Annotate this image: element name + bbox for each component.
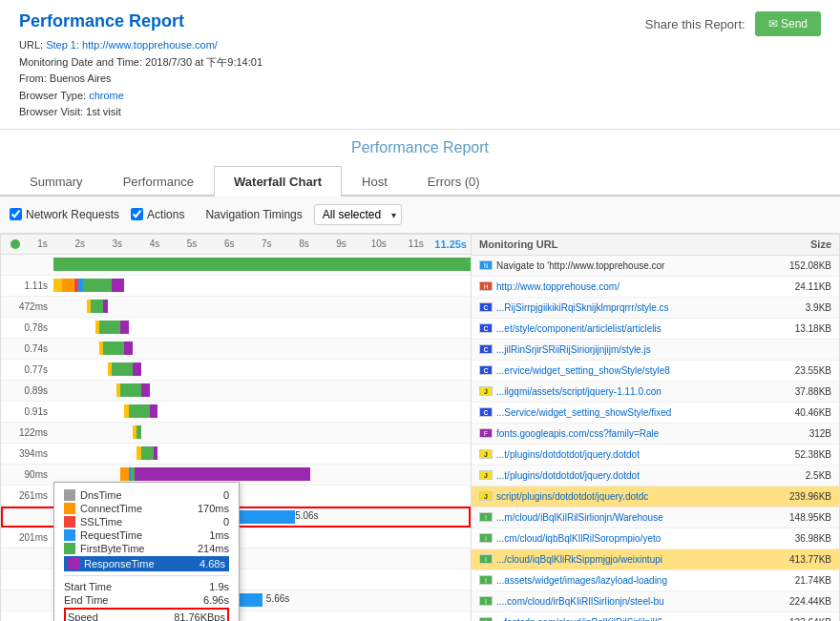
url-icon-16: I	[479, 596, 493, 606]
bar-row-5[interactable]: 0.77s	[1, 360, 471, 381]
url-size-13: 36.98KB	[789, 533, 831, 544]
tab-errors[interactable]: Errors (0)	[408, 166, 500, 197]
bar-time-label-16: 5.66s	[266, 593, 289, 604]
url-icon-12: I	[479, 512, 493, 522]
bar-row-6[interactable]: 0.89s	[1, 381, 471, 402]
bar-label-13: 201ms	[1, 532, 53, 543]
bar-label-2: 472ms	[1, 301, 53, 312]
url-text-4: ...jilRinSrjirSRiiRijSiriorjijnjijm/styl…	[496, 344, 826, 355]
nav-bar-row	[1, 255, 471, 276]
url-row-6[interactable]: J ...ilgqmi/assets/script/jquery-1.11.0.…	[472, 382, 839, 403]
url-icon-9: J	[479, 449, 493, 459]
url-text-8: fonts.googleapis.com/css?family=Rale	[496, 428, 804, 439]
url-row-17[interactable]: I ...fastcdn.com/cloud/ipBqlKilRilSirlil…	[472, 612, 839, 621]
tooltip-fbyte-key: FirstByteTime	[80, 543, 144, 554]
url-icon-0: N	[479, 260, 493, 270]
network-requests-checkbox-label[interactable]: Network Requests	[10, 208, 119, 221]
url-size-5: 23.55KB	[789, 365, 831, 376]
bar-label-3: 0.78s	[1, 322, 53, 333]
bar-row-7[interactable]: 0.91s	[1, 402, 471, 423]
bar-row-3[interactable]: 0.78s	[1, 318, 471, 339]
tab-host[interactable]: Host	[342, 166, 408, 197]
url-icon-11: J	[479, 491, 493, 501]
tab-summary[interactable]: Summary	[10, 166, 103, 197]
ruler-dot	[10, 239, 20, 249]
url-row-15[interactable]: I ...assets/widget/images/lazyload-loadi…	[472, 570, 839, 591]
url-row-11[interactable]: J script/plugins/dotdotdot/jquery.dotdc …	[472, 486, 839, 507]
url-size-11: 239.96KB	[784, 491, 831, 502]
url-icon-7: C	[479, 407, 493, 417]
header-left: Performance Report URL: Step 1: http://w…	[19, 11, 262, 121]
bar-label-10: 90ms	[1, 469, 53, 480]
url-row-16[interactable]: I ....com/cloud/irBqKIiRIlSirIionjn/stee…	[472, 591, 839, 612]
url-row-7[interactable]: C ...Service/widget_setting_showStyle/fi…	[472, 403, 839, 424]
url-size-6: 37.88KB	[789, 386, 831, 397]
tick-3s: 3s	[98, 238, 136, 249]
tooltip-start-key: Start Time	[64, 581, 112, 592]
bar-label-1: 1.11s	[1, 280, 53, 291]
bar-row-8[interactable]: 122ms	[1, 423, 471, 444]
ruler-ticks: 1s 2s 3s 4s 5s 6s 7s 8s 9s 10s 11s	[24, 238, 434, 249]
url-size-16: 224.44KB	[784, 596, 831, 607]
tooltip-fbyte-val: 214ms	[198, 543, 229, 554]
url-row-13[interactable]: I ...cm/cloud/iqbBqlKIlRilSoropmpio/yeto…	[472, 528, 839, 549]
url-row-12[interactable]: I ...m/cloud/iBqlKilRilSirlionjn/Warehou…	[472, 507, 839, 528]
page-title: Performance Report	[19, 11, 262, 31]
ruler-end-time: 11.25s	[434, 238, 467, 250]
left-panel: 1s 2s 3s 4s 5s 6s 7s 8s 9s 10s 11s 11.25…	[1, 235, 472, 621]
url-text-3: ...et/style/component/articlelist/articl…	[496, 323, 789, 334]
actions-checkbox-label[interactable]: Actions	[131, 208, 184, 221]
bar-row-4[interactable]: 0.74s	[1, 339, 471, 360]
bar-track-8	[53, 425, 471, 439]
url-row-0[interactable]: N Navigate to 'http://www.topprehouse.co…	[472, 256, 839, 277]
url-size-9: 52.38KB	[789, 449, 831, 460]
url-text-15: ...assets/widget/images/lazyload-loading	[496, 575, 789, 586]
url-icon-4: C	[479, 344, 493, 354]
tab-waterfall[interactable]: Waterfall Chart	[214, 166, 342, 197]
all-selected-dropdown[interactable]: All selected HTMLCSSJSImagesFontsOther	[314, 204, 402, 225]
browser-value[interactable]: chrome	[89, 90, 124, 101]
url-row-5[interactable]: C ...ervice/widget_setting_showStyle/sty…	[472, 361, 839, 382]
url-row-10[interactable]: J ...t/plugins/dotdotdot/jquery.dotdot 2…	[472, 466, 839, 486]
tick-9s: 9s	[323, 238, 360, 249]
url-row-9[interactable]: J ...t/plugins/dotdotdot/jquery.dotdot 5…	[472, 445, 839, 466]
bar-row-tooltip[interactable]: 90ms DnsTime 0 ConnectTime 170ms	[1, 465, 471, 486]
bar-row-9[interactable]: 394ms	[1, 444, 471, 465]
bar-label-4: 0.74s	[1, 343, 53, 354]
url-text-13: ...cm/cloud/iqbBqlKIlRilSoropmpio/yeto	[496, 533, 789, 544]
url-row-3[interactable]: C ...et/style/component/articlelist/arti…	[472, 319, 839, 340]
url-text-2: ...RijSirrpjgiikikiRqiSknijklmprqrrr/sty…	[496, 302, 800, 313]
bar-track-4	[53, 342, 471, 355]
url-icon-3: C	[479, 323, 493, 333]
url-link[interactable]: Step 1: http://www.topprehouse.com/	[46, 39, 218, 51]
url-row-14[interactable]: I .../cloud/iqBqlKliRkSippmjgjo/weixintu…	[472, 549, 839, 570]
url-icon-6: J	[479, 386, 493, 396]
url-label: URL:	[19, 39, 43, 51]
url-size-7: 40.46KB	[789, 407, 831, 418]
url-row-8[interactable]: F fonts.googleapis.com/css?family=Rale 3…	[472, 424, 839, 445]
actions-checkbox[interactable]	[131, 208, 143, 220]
url-row-2[interactable]: C ...RijSirrpjgiikikiRqiSknijklmprqrrr/s…	[472, 298, 839, 319]
bar-row-1[interactable]: 1.11s	[1, 276, 471, 297]
nav-timings-label: Navigation Timings	[205, 208, 302, 221]
bar-track-6	[53, 383, 471, 397]
bar-track-1	[53, 279, 471, 292]
url-row-1[interactable]: H http://www.topprehouse.com/ 24.11KB	[472, 277, 839, 298]
url-text-0: Navigate to 'http://www.topprehouse.cor	[496, 260, 784, 271]
bar-label-11: 261ms	[1, 490, 53, 501]
url-text-5: ...ervice/widget_setting_showStyle/style…	[496, 365, 789, 376]
url-row-4[interactable]: C ...jilRinSrjirSRiiRijSiriorjijnjijm/st…	[472, 340, 839, 361]
monitoring-url-header: Monitoring URL	[472, 238, 740, 250]
url-size-0: 152.08KB	[784, 260, 831, 271]
url-size-10: 2.5KB	[800, 470, 831, 481]
network-requests-checkbox[interactable]	[10, 208, 22, 220]
bar-row-2[interactable]: 472ms	[1, 297, 471, 318]
url-icon-17: I	[479, 617, 493, 621]
tooltip-connect-val: 170ms	[198, 503, 229, 514]
tick-11s: 11s	[397, 238, 434, 249]
tick-6s: 6s	[211, 238, 248, 249]
tab-performance[interactable]: Performance	[103, 166, 214, 197]
nav-full-bar	[53, 258, 471, 271]
tooltip-request-key: RequestTime	[80, 529, 142, 541]
send-button[interactable]: ✉ Send	[755, 11, 821, 36]
